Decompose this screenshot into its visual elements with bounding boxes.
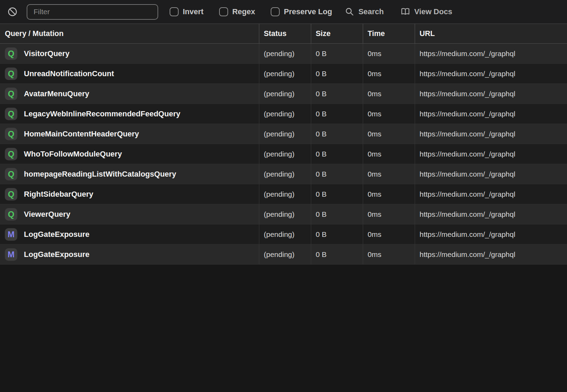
operation-name: HomeMainContentHeaderQuery — [24, 130, 139, 139]
size-cell: 0 B — [311, 184, 363, 204]
url-cell: https://medium.com/_/graphql — [415, 204, 567, 224]
search-icon — [345, 7, 354, 16]
invert-checkbox[interactable] — [170, 7, 179, 16]
preserve-log-checkbox[interactable] — [271, 7, 280, 16]
status-cell: (pending) — [259, 44, 311, 63]
operation-name: WhoToFollowModuleQuery — [24, 150, 122, 159]
table-row[interactable]: Q RightSidebarQuery (pending) 0 B 0ms ht… — [0, 184, 567, 204]
url-cell: https://medium.com/_/graphql — [415, 84, 567, 104]
preserve-log-label: Preserve Log — [284, 7, 332, 16]
table-row[interactable]: Q ViewerQuery (pending) 0 B 0ms https://… — [0, 204, 567, 224]
operation-type-badge: Q — [5, 88, 17, 100]
operation-cell: Q homepageReadingListWithCatalogsQuery — [0, 164, 259, 184]
operation-type-badge: Q — [5, 188, 17, 201]
time-cell: 0ms — [363, 84, 415, 104]
url-cell: https://medium.com/_/graphql — [415, 164, 567, 184]
operation-type-badge: Q — [5, 168, 17, 180]
operation-name: LogGateExposure — [24, 250, 89, 259]
filter-input[interactable] — [27, 4, 158, 20]
time-cell: 0ms — [363, 164, 415, 184]
status-cell: (pending) — [259, 104, 311, 124]
operation-cell: Q ViewerQuery — [0, 204, 259, 224]
status-cell: (pending) — [259, 224, 311, 244]
time-cell: 0ms — [363, 104, 415, 124]
table-row[interactable]: M LogGateExposure (pending) 0 B 0ms http… — [0, 244, 567, 265]
view-docs-button[interactable]: View Docs — [400, 7, 452, 16]
table-row[interactable]: Q WhoToFollowModuleQuery (pending) 0 B 0… — [0, 144, 567, 164]
status-cell: (pending) — [259, 164, 311, 184]
url-cell: https://medium.com/_/graphql — [415, 184, 567, 204]
operation-cell: Q RightSidebarQuery — [0, 184, 259, 204]
size-cell: 0 B — [311, 224, 363, 244]
url-cell: https://medium.com/_/graphql — [415, 244, 567, 264]
time-cell: 0ms — [363, 204, 415, 224]
time-cell: 0ms — [363, 224, 415, 244]
operation-type-badge: Q — [5, 47, 17, 60]
table-row[interactable]: Q homepageReadingListWithCatalogsQuery (… — [0, 164, 567, 184]
status-cell: (pending) — [259, 204, 311, 224]
table-row[interactable]: M LogGateExposure (pending) 0 B 0ms http… — [0, 224, 567, 244]
url-cell: https://medium.com/_/graphql — [415, 144, 567, 164]
clear-log-button[interactable] — [8, 7, 17, 17]
status-cell: (pending) — [259, 144, 311, 164]
column-header-status[interactable]: Status — [259, 24, 311, 43]
time-cell: 0ms — [363, 244, 415, 264]
operation-cell: Q WhoToFollowModuleQuery — [0, 144, 259, 164]
search-button[interactable]: Search — [345, 7, 384, 16]
size-cell: 0 B — [311, 84, 363, 104]
url-cell: https://medium.com/_/graphql — [415, 104, 567, 124]
operation-cell: Q VisitorQuery — [0, 44, 259, 63]
view-docs-label: View Docs — [414, 7, 452, 16]
time-cell: 0ms — [363, 144, 415, 164]
status-cell: (pending) — [259, 84, 311, 104]
table-row[interactable]: Q AvatarMenuQuery (pending) 0 B 0ms http… — [0, 84, 567, 104]
size-cell: 0 B — [311, 64, 363, 83]
size-cell: 0 B — [311, 124, 363, 144]
operation-name: VisitorQuery — [24, 49, 70, 58]
time-cell: 0ms — [363, 124, 415, 144]
toolbar: Invert Regex Preserve Log Search View Do… — [0, 0, 567, 24]
table-row[interactable]: Q VisitorQuery (pending) 0 B 0ms https:/… — [0, 44, 567, 64]
operation-cell: M LogGateExposure — [0, 244, 259, 264]
size-cell: 0 B — [311, 164, 363, 184]
regex-checkbox-group[interactable]: Regex — [219, 7, 255, 16]
column-header-query-mutation[interactable]: Query / Mutation — [0, 24, 259, 43]
operation-cell: Q HomeMainContentHeaderQuery — [0, 124, 259, 144]
operation-type-badge: Q — [5, 208, 17, 221]
size-cell: 0 B — [311, 244, 363, 264]
operation-name: ViewerQuery — [24, 210, 70, 219]
operation-cell: Q AvatarMenuQuery — [0, 84, 259, 104]
regex-checkbox[interactable] — [219, 7, 228, 16]
url-cell: https://medium.com/_/graphql — [415, 44, 567, 63]
operation-cell: Q LegacyWebInlineRecommendedFeedQuery — [0, 104, 259, 124]
operation-type-badge: M — [5, 248, 17, 261]
table-row[interactable]: Q HomeMainContentHeaderQuery (pending) 0… — [0, 124, 567, 144]
status-cell: (pending) — [259, 124, 311, 144]
size-cell: 0 B — [311, 144, 363, 164]
column-header-time[interactable]: Time — [363, 24, 415, 43]
column-header-size[interactable]: Size — [311, 24, 363, 43]
search-label: Search — [358, 7, 384, 16]
column-header-url[interactable]: URL — [415, 24, 567, 43]
preserve-log-checkbox-group[interactable]: Preserve Log — [271, 7, 332, 16]
block-icon — [8, 7, 17, 17]
operation-name: RightSidebarQuery — [24, 190, 93, 199]
operation-name: AvatarMenuQuery — [24, 89, 89, 98]
table-row[interactable]: Q LegacyWebInlineRecommendedFeedQuery (p… — [0, 104, 567, 124]
url-cell: https://medium.com/_/graphql — [415, 124, 567, 144]
invert-checkbox-group[interactable]: Invert — [170, 7, 204, 16]
operation-cell: M LogGateExposure — [0, 224, 259, 244]
time-cell: 0ms — [363, 184, 415, 204]
status-cell: (pending) — [259, 184, 311, 204]
size-cell: 0 B — [311, 204, 363, 224]
size-cell: 0 B — [311, 104, 363, 124]
operation-name: LogGateExposure — [24, 230, 89, 239]
operation-name: homepageReadingListWithCatalogsQuery — [24, 170, 176, 179]
size-cell: 0 B — [311, 44, 363, 63]
regex-label: Regex — [232, 7, 255, 16]
book-icon — [400, 7, 410, 16]
table-row[interactable]: Q UnreadNotificationCount (pending) 0 B … — [0, 64, 567, 84]
request-list: Q VisitorQuery (pending) 0 B 0ms https:/… — [0, 44, 567, 265]
operation-type-badge: Q — [5, 108, 17, 120]
operation-cell: Q UnreadNotificationCount — [0, 64, 259, 83]
